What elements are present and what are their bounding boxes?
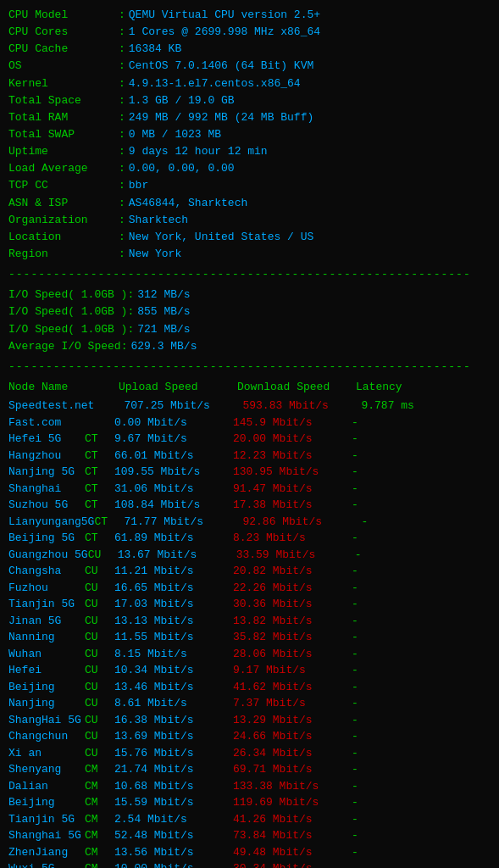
node-name: Hefei 5G: [8, 431, 85, 448]
upload-speed: 52.48 Mbit/s: [114, 827, 233, 844]
node-name: Wuhan: [8, 646, 85, 663]
iospeed-row: I/O Speed( 1.0GB ) : 721 MB/s: [8, 321, 491, 338]
latency: -: [352, 580, 358, 597]
sysinfo-row: Load Average : 0.00, 0.00, 0.00: [8, 160, 491, 177]
iospeed-section: I/O Speed( 1.0GB ) : 312 MB/sI/O Speed( …: [8, 287, 491, 355]
speedtest-row: Beijing 5GCT61.89 Mbit/s8.23 Mbit/s-: [8, 530, 491, 547]
sysinfo-value: Sharktech: [129, 212, 188, 229]
speedtest-row: ChangchunCU13.69 Mbit/s24.66 Mbit/s-: [8, 728, 491, 745]
iospeed-label: I/O Speed( 1.0GB ): [8, 321, 127, 338]
download-speed: 13.82 Mbit/s: [233, 613, 352, 630]
node-name: Beijing: [8, 679, 85, 696]
sysinfo-value: AS46844, Sharktech: [129, 195, 247, 212]
sysinfo-row: Total RAM : 249 MB / 992 MB (24 MB Buff): [8, 109, 491, 126]
upload-speed: 10.00 Mbit/s: [114, 860, 233, 868]
latency: -: [352, 794, 358, 811]
speedtest-row: Speedtest.net707.25 Mbit/s593.83 Mbit/s9…: [8, 398, 491, 415]
node-type: CM: [85, 794, 110, 811]
colon: :: [119, 126, 125, 143]
latency: 9.787 ms: [361, 398, 413, 415]
speedtest-row: Jinan 5GCU13.13 Mbit/s13.82 Mbit/s-: [8, 613, 491, 630]
upload-speed: 13.13 Mbit/s: [114, 613, 233, 630]
download-speed: 49.48 Mbit/s: [233, 844, 352, 861]
download-speed: 8.23 Mbit/s: [233, 530, 352, 547]
node-type: CM: [85, 778, 110, 795]
speedtest-row: Fast.com0.00 Mbit/s145.9 Mbit/s-: [8, 415, 491, 431]
latency: -: [355, 547, 362, 564]
node-type: CM: [85, 761, 110, 778]
download-speed: 20.00 Mbit/s: [233, 431, 352, 448]
node-name: Suzhou 5G: [8, 497, 85, 514]
speedtest-row: HangzhouCT66.01 Mbit/s12.23 Mbit/s-: [8, 448, 491, 465]
node-type: CU: [85, 728, 110, 745]
upload-speed: 11.55 Mbit/s: [114, 629, 233, 646]
divider-1: ----------------------------------------…: [8, 266, 491, 283]
node-name: ShangHai 5G: [8, 712, 85, 729]
node-name: Tianjin 5G: [8, 811, 85, 828]
node-name: Nanjing 5G: [8, 464, 85, 481]
colon: :: [119, 160, 125, 177]
speedtest-row: NanjingCU8.61 Mbit/s7.37 Mbit/s-: [8, 695, 491, 712]
speedtest-row: DalianCM10.68 Mbit/s133.38 Mbit/s-: [8, 778, 491, 795]
download-speed: 41.62 Mbit/s: [233, 679, 352, 696]
sysinfo-label: Organization: [8, 212, 119, 229]
node-type: CU: [85, 563, 110, 580]
iospeed-label: Average I/O Speed: [8, 338, 121, 355]
iospeed-row: I/O Speed( 1.0GB ) : 312 MB/s: [8, 287, 491, 303]
sysinfo-row: Total SWAP : 0 MB / 1023 MB: [8, 126, 491, 143]
iospeed-row: Average I/O Speed : 629.3 MB/s: [8, 338, 491, 355]
node-name: Shanghai: [8, 481, 85, 498]
iospeed-value: 312 MB/s: [137, 287, 190, 303]
node-name: Tianjin 5G: [8, 596, 85, 613]
node-type: [94, 398, 119, 415]
node-name: Guangzhou 5G: [8, 547, 88, 564]
sysinfo-value: 16384 KB: [129, 41, 181, 58]
speedtest-row: WuhanCU8.15 Mbit/s28.06 Mbit/s-: [8, 646, 491, 663]
upload-speed: 17.03 Mbit/s: [114, 596, 233, 613]
node-type: CU: [85, 646, 110, 663]
speedtest-row: HefeiCU10.34 Mbit/s9.17 Mbit/s-: [8, 662, 491, 679]
download-speed: 91.47 Mbit/s: [233, 481, 352, 498]
speedtest-row: Nanjing 5GCT109.55 Mbit/s130.95 Mbit/s-: [8, 464, 491, 481]
sysinfo-label: Location: [8, 229, 119, 246]
colon: :: [119, 7, 125, 24]
node-type: CT: [85, 497, 110, 514]
node-type: CT: [85, 464, 110, 481]
sysinfo-row: Organization : Sharktech: [8, 212, 491, 229]
sysinfo-value: 4.9.13-1.el7.centos.x86_64: [129, 75, 301, 92]
divider-2: ----------------------------------------…: [8, 359, 491, 376]
upload-speed: 13.46 Mbit/s: [114, 679, 233, 696]
download-speed: 12.23 Mbit/s: [233, 448, 352, 465]
latency: -: [352, 745, 358, 762]
node-type: CM: [85, 811, 110, 828]
download-speed: 20.82 Mbit/s: [233, 563, 352, 580]
upload-speed: 31.06 Mbit/s: [114, 481, 233, 498]
speedtest-row: ShangHai 5GCU16.38 Mbit/s13.29 Mbit/s-: [8, 712, 491, 729]
latency: -: [352, 448, 358, 465]
colon: :: [119, 58, 125, 75]
node-name: Jinan 5G: [8, 613, 85, 630]
upload-speed: 8.15 Mbit/s: [114, 646, 233, 663]
download-speed: 133.38 Mbit/s: [233, 778, 352, 795]
upload-speed: 13.69 Mbit/s: [114, 728, 233, 745]
node-type: CU: [85, 712, 110, 729]
node-type: CM: [85, 844, 110, 861]
download-speed: 33.59 Mbit/s: [236, 547, 355, 564]
upload-speed: 15.76 Mbit/s: [114, 745, 233, 762]
node-name: Fuzhou: [8, 580, 85, 597]
sysinfo-value: 1.3 GB / 19.0 GB: [129, 92, 235, 109]
col-header-latency: Latency: [356, 379, 424, 396]
speedtest-row: Tianjin 5GCM2.54 Mbit/s41.26 Mbit/s-: [8, 811, 491, 828]
node-type: CU: [85, 745, 110, 762]
node-name: Xi an: [8, 745, 85, 762]
upload-speed: 10.34 Mbit/s: [114, 662, 233, 679]
node-name: ZhenJiang: [8, 844, 85, 861]
upload-speed: 66.01 Mbit/s: [114, 448, 233, 465]
colon: :: [121, 338, 128, 355]
node-type: CU: [85, 613, 110, 630]
colon: :: [119, 229, 125, 246]
download-speed: 7.37 Mbit/s: [233, 695, 352, 712]
sysinfo-label: TCP CC: [8, 177, 119, 194]
upload-speed: 109.55 Mbit/s: [114, 464, 233, 481]
sysinfo-row: Uptime : 9 days 12 hour 12 min: [8, 143, 491, 160]
